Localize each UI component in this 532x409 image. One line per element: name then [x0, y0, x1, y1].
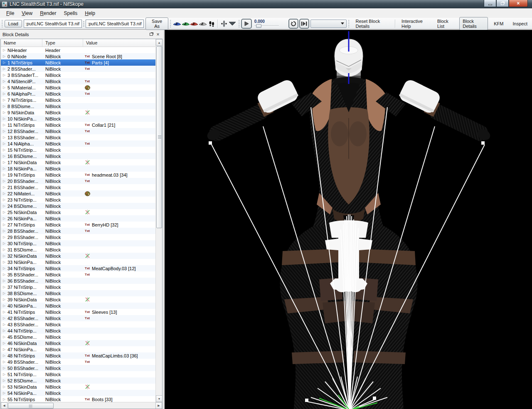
expand-arrow-icon[interactable]: ▷	[1, 117, 7, 121]
save-as-button[interactable]: Save As	[145, 17, 168, 30]
table-row[interactable]: ▷16 BSDisme...NiBlock	[1, 153, 155, 159]
table-row[interactable]: ▷20 BSShader...NiBlockTxt	[1, 178, 155, 184]
table-row[interactable]: ▷19 NiTriStripsNiBlockTxtheadmeat.03 [34…	[1, 172, 155, 178]
expand-arrow-icon[interactable]: ▷	[1, 167, 7, 170]
expand-arrow-icon[interactable]: ▷	[1, 61, 7, 64]
expand-arrow-icon[interactable]: ▷	[1, 254, 7, 258]
kfm-button[interactable]: KFM	[490, 20, 507, 28]
table-row[interactable]: ▷2 BSShader...NiBlockTxt	[1, 66, 155, 72]
table-row[interactable]: ▷1 NiTriStripsNiBlockTxtParts [4]	[1, 59, 155, 66]
restore-button[interactable]	[496, 0, 509, 7]
expand-arrow-icon[interactable]: ▷	[1, 129, 7, 133]
vertical-scrollbar[interactable]: ▲ ▼	[155, 39, 162, 402]
expand-arrow-icon[interactable]: ▷	[1, 329, 7, 333]
table-row[interactable]: ▷47 NiSkinPa...NiBlock	[1, 346, 155, 352]
expand-arrow-icon[interactable]: ▷	[1, 179, 7, 183]
load-path-field[interactable]	[24, 20, 82, 28]
axes-toggle-icon[interactable]	[219, 19, 228, 28]
expand-arrow-icon[interactable]: ▷	[1, 54, 7, 58]
expand-arrow-icon[interactable]: ▷	[1, 366, 7, 370]
expand-arrow-icon[interactable]: ▷	[1, 92, 7, 96]
inspect-button[interactable]: Inspect	[510, 20, 531, 28]
menu-file[interactable]: File	[2, 10, 18, 17]
toolbar-grip[interactable]	[170, 20, 172, 27]
expand-arrow-icon[interactable]: ▷	[1, 360, 7, 364]
table-row[interactable]: ▷10 NiSkinPa...NiBlock	[1, 116, 155, 122]
expand-arrow-icon[interactable]: ▷	[1, 397, 7, 401]
close-button[interactable]: ×	[509, 0, 528, 7]
chevron-down-icon[interactable]	[228, 19, 237, 28]
table-row[interactable]: ▷12 BSShader...NiBlockTxt	[1, 128, 155, 134]
reset-block-details-button[interactable]: Reset Block Details	[352, 17, 392, 30]
expand-arrow-icon[interactable]: ▷	[1, 285, 7, 289]
table-row[interactable]: ▷27 NiTriStripsNiBlockTxtBerryHD [32]	[1, 222, 155, 228]
expand-arrow-icon[interactable]: ▷	[1, 341, 7, 345]
table-row[interactable]: ▷49 BSShader...NiBlockTxt	[1, 359, 155, 365]
menu-view[interactable]: View	[18, 10, 36, 17]
expand-arrow-icon[interactable]: ▷	[1, 154, 7, 158]
table-row[interactable]: ▷34 NiTriStripsNiBlockTxtMeatCapBody.03 …	[1, 265, 155, 271]
table-row[interactable]: ▷38 BSDisme...NiBlock	[1, 290, 155, 296]
expand-arrow-icon[interactable]: ▷	[1, 104, 7, 108]
expand-arrow-icon[interactable]: ▷	[1, 347, 7, 351]
expand-arrow-icon[interactable]: ▷	[1, 142, 7, 145]
table-row[interactable]: ▷55 NiTriStripsNiBlockTxtBoots [33]	[1, 396, 155, 402]
table-row[interactable]: ▷35 BSShader...NiBlockTxt	[1, 271, 155, 278]
table-row[interactable]: ▷7 NiTriStrips...NiBlock	[1, 97, 155, 103]
expand-arrow-icon[interactable]: ▷	[1, 229, 7, 233]
toolbar-grip[interactable]	[238, 20, 240, 27]
play-through-button[interactable]	[299, 19, 309, 29]
table-row[interactable]: ▷26 NiSkinPa...NiBlock	[1, 215, 155, 222]
horizontal-scroll-thumb[interactable]	[8, 403, 54, 409]
close-panel-icon[interactable]: ×	[155, 32, 161, 37]
animation-slider[interactable]	[254, 24, 279, 28]
table-row[interactable]: ▷50 BSShader...NiBlock	[1, 365, 155, 371]
table-row[interactable]: ▷3 BSShaderT...NiBlock	[1, 72, 155, 78]
table-row[interactable]: ▷32 NiSkinDataNiBlock	[1, 253, 155, 259]
table-row[interactable]: ▷52 BSDisme...NiBlock	[1, 377, 155, 384]
table-row[interactable]: ▷13 BSShader...NiBlock	[1, 134, 155, 140]
horizontal-scrollbar[interactable]: ◀ ▶	[1, 402, 162, 409]
toolbar-grip[interactable]	[1, 20, 3, 27]
expand-arrow-icon[interactable]: ▷	[1, 354, 7, 357]
expand-arrow-icon[interactable]: ▷	[1, 304, 7, 308]
table-row[interactable]: ▷53 NiSkinDataNiBlock	[1, 384, 155, 390]
expand-arrow-icon[interactable]: ▷	[1, 136, 7, 139]
table-row[interactable]: ▷8 BSDisme...NiBlock	[1, 103, 155, 109]
footsteps-icon[interactable]	[207, 19, 216, 28]
table-row[interactable]: ▷46 NiSkinDataNiBlock	[1, 340, 155, 346]
table-row[interactable]: ▷40 NiSkinPa...NiBlock	[1, 303, 155, 309]
table-row[interactable]: ▷15 NiTriStrip...NiBlock	[1, 147, 155, 153]
play-button[interactable]	[241, 19, 252, 29]
eye-green-icon[interactable]	[181, 19, 190, 28]
scroll-down-arrow-icon[interactable]: ▼	[156, 395, 163, 402]
table-row[interactable]: ▷14 NiAlpha...NiBlockTxt	[1, 140, 155, 147]
expand-arrow-icon[interactable]: ▷	[1, 185, 7, 189]
expand-arrow-icon[interactable]: ▷	[1, 148, 7, 152]
table-row[interactable]: ▷36 BSShader...NiBlock	[1, 278, 155, 284]
vertical-scroll-thumb[interactable]	[156, 46, 162, 228]
table-row[interactable]: ▷41 NiTriStripsNiBlockTxtSleeves [13]	[1, 309, 155, 315]
expand-arrow-icon[interactable]: ▷	[1, 48, 7, 52]
eye-red-icon[interactable]	[190, 19, 199, 28]
table-row[interactable]: ▷24 BSDisme...NiBlock	[1, 203, 155, 209]
column-header-type[interactable]: Type	[42, 39, 83, 47]
expand-arrow-icon[interactable]: ▷	[1, 160, 7, 164]
menu-render[interactable]: Render	[36, 10, 60, 17]
expand-arrow-icon[interactable]: ▷	[1, 372, 7, 376]
table-row[interactable]: ▷30 NiTriStrip...NiBlock	[1, 240, 155, 246]
column-header-name[interactable]: Name	[1, 39, 42, 47]
eye-gray-icon[interactable]	[199, 19, 207, 28]
expand-arrow-icon[interactable]: ▷	[1, 223, 7, 227]
interactive-help-button[interactable]: Interactive Help	[398, 17, 431, 30]
expand-arrow-icon[interactable]: ▷	[1, 279, 7, 283]
table-row[interactable]: ▷48 NiTriStripsNiBlockTxtMeatCapLimbs.03…	[1, 352, 155, 359]
column-header-value[interactable]: Value	[83, 39, 162, 47]
table-row[interactable]: ▷51 NiTriStrip...NiBlock	[1, 371, 155, 377]
menu-help[interactable]: Help	[81, 10, 99, 17]
animation-select-dropdown[interactable]	[310, 20, 347, 28]
expand-arrow-icon[interactable]: ▷	[1, 260, 7, 264]
expand-arrow-icon[interactable]: ▷	[1, 86, 7, 89]
table-row[interactable]: ▷25 NiSkinDataNiBlock	[1, 209, 155, 215]
expand-arrow-icon[interactable]: ▷	[1, 73, 7, 77]
